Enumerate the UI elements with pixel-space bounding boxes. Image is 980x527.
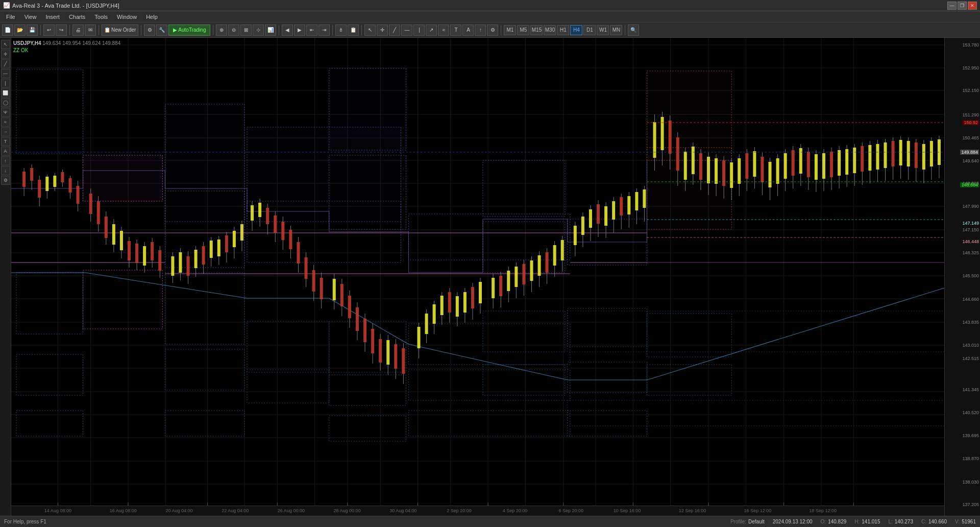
menu-file[interactable]: File — [2, 13, 19, 21]
price-15092: 150.92 — [963, 120, 979, 125]
restore-button[interactable]: ❐ — [958, 2, 967, 10]
toolbar-open[interactable]: 📂 — [14, 25, 26, 36]
toolbar-label[interactable]: A — [462, 25, 474, 36]
lt-arrow-down[interactable]: ↓ — [1, 166, 10, 175]
svg-rect-156 — [258, 203, 261, 217]
toolbar-crosshair[interactable]: ⊹ — [253, 25, 264, 36]
time-label-12: 12 Sep 16:00 — [679, 508, 706, 513]
tf-m1[interactable]: M1 — [504, 25, 516, 35]
lt-label[interactable]: A — [1, 147, 10, 156]
toolbar-crosshair2[interactable]: ✛ — [377, 25, 388, 36]
svg-rect-128 — [143, 246, 146, 266]
chart-main[interactable]: USDJPY,H4 149.634 149.954 149.624 149.88… — [11, 38, 944, 516]
svg-rect-316 — [899, 140, 902, 165]
toolbar-home[interactable]: ⇤ — [306, 25, 317, 36]
price-15129: 151.290 — [962, 112, 979, 117]
toolbar-new-order[interactable]: 📋 New Order — [102, 25, 138, 36]
tf-mn[interactable]: MN — [610, 25, 622, 35]
toolbar-more-tools[interactable]: ⚙ — [487, 25, 498, 36]
time-label-10: 6 Sep 20:00 — [559, 508, 584, 513]
price-14632: 146.325 — [962, 250, 979, 255]
svg-rect-254 — [661, 117, 664, 150]
tf-m30[interactable]: M30 — [544, 25, 556, 35]
lt-arrow-up[interactable]: ↑ — [1, 156, 10, 165]
toolbar-arrow-up[interactable]: ↑ — [475, 25, 486, 36]
lt-arrow[interactable]: → — [1, 127, 10, 136]
toolbar-search[interactable]: 🔍 — [628, 25, 639, 36]
toolbar-arrow[interactable]: ↖ — [364, 25, 376, 36]
toolbar-fit[interactable]: ⊠ — [240, 25, 252, 36]
menu-insert[interactable]: Insert — [41, 13, 64, 21]
toolbar-zoom-out[interactable]: ⊖ — [228, 25, 239, 36]
high-value: 141.015 — [862, 519, 880, 524]
volume-value: 51961 — [962, 519, 976, 524]
lt-settings[interactable]: ⚙ — [1, 176, 10, 185]
toolbar-email[interactable]: ✉ — [85, 25, 96, 36]
autotrading-button[interactable]: ▶ AutoTrading — [168, 25, 210, 36]
time-axis: 14 Aug 08:00 16 Aug 08:00 20 Aug 04:00 2… — [11, 506, 944, 516]
menu-view[interactable]: View — [20, 13, 41, 21]
tf-h1[interactable]: H1 — [557, 25, 569, 35]
toolbar-scroll-right[interactable]: ▶ — [294, 25, 305, 36]
svg-rect-102 — [38, 180, 41, 198]
toolbar-trendline[interactable]: ↗ — [426, 25, 437, 36]
toolbar-line[interactable]: ╱ — [389, 25, 400, 36]
minimize-button[interactable]: — — [947, 2, 957, 10]
toolbar-redo[interactable]: ↪ — [56, 25, 67, 36]
toolbar-text[interactable]: T — [450, 25, 461, 36]
lt-vline[interactable]: | — [1, 79, 10, 88]
toolbar-hline[interactable]: — — [401, 25, 412, 36]
menu-charts[interactable]: Charts — [65, 13, 89, 21]
lt-hline[interactable]: — — [1, 69, 10, 78]
toolbar-vline[interactable]: | — [413, 25, 425, 36]
toolbar-end[interactable]: ⇥ — [318, 25, 330, 36]
toolbar-data-window[interactable]: 📊 — [265, 25, 276, 36]
toolbar-save[interactable]: 💾 — [27, 25, 38, 36]
close-button[interactable]: ✕ — [968, 2, 977, 10]
toolbar-undo[interactable]: ↩ — [43, 25, 55, 36]
toolbar-template[interactable]: 📋 — [348, 25, 359, 36]
tf-m5[interactable]: M5 — [517, 25, 529, 35]
app-icon: 📈 — [3, 2, 10, 9]
menu-help[interactable]: Help — [142, 13, 162, 21]
svg-rect-132 — [158, 250, 161, 271]
sep1 — [40, 25, 41, 35]
toolbar-print[interactable]: 🖨 — [72, 25, 84, 36]
low-label: L: — [888, 519, 892, 524]
left-toolbar: ↖ ✛ ╱ — | ⬜ ◯ Ψ ≈ → T A ↑ ↓ ⚙ — [0, 38, 11, 516]
svg-rect-110 — [68, 178, 71, 193]
svg-rect-136 — [179, 252, 182, 273]
svg-rect-196 — [425, 314, 428, 334]
toolbar-channel[interactable]: ≈ — [438, 25, 449, 36]
toolbar-chart-type[interactable]: 🕯 — [335, 25, 347, 36]
lt-fib[interactable]: Ψ — [1, 108, 10, 117]
svg-rect-294 — [815, 154, 818, 180]
toolbar-expert-properties[interactable]: 🔧 — [156, 25, 167, 36]
toolbar-scroll-left[interactable]: ◀ — [282, 25, 293, 36]
svg-rect-248 — [635, 192, 638, 210]
toolbar-new-chart[interactable]: 📄 — [2, 25, 13, 36]
svg-rect-184 — [371, 329, 374, 353]
profile-label: Profile: — [730, 519, 746, 524]
time-label-8: 2 Sep 20:00 — [447, 508, 472, 513]
menu-window[interactable]: Window — [113, 13, 141, 21]
menu-tools[interactable]: Tools — [90, 13, 112, 21]
toolbar-zoom-in[interactable]: ⊕ — [216, 25, 227, 36]
toolbar-experts-list[interactable]: ⚙ — [144, 25, 155, 36]
lt-crosshair[interactable]: ✛ — [1, 50, 10, 59]
lt-ellipse[interactable]: ◯ — [1, 98, 10, 107]
lt-cursor[interactable]: ↖ — [1, 40, 10, 49]
lt-text[interactable]: T — [1, 137, 10, 146]
volume-info: V: 51961 — [955, 519, 976, 524]
tf-w1[interactable]: W1 — [597, 25, 609, 35]
tf-h4[interactable]: H4 — [570, 25, 582, 35]
lt-rect[interactable]: ⬜ — [1, 88, 10, 98]
tf-d1[interactable]: D1 — [583, 25, 596, 35]
close-value: 140.660 — [928, 519, 947, 524]
lt-line[interactable]: ╱ — [1, 59, 10, 68]
lt-channel[interactable]: ≈ — [1, 117, 10, 127]
svg-rect-186 — [379, 339, 382, 363]
svg-rect-188 — [386, 340, 389, 365]
tf-m15[interactable]: M15 — [530, 25, 543, 35]
svg-rect-51 — [165, 104, 244, 222]
